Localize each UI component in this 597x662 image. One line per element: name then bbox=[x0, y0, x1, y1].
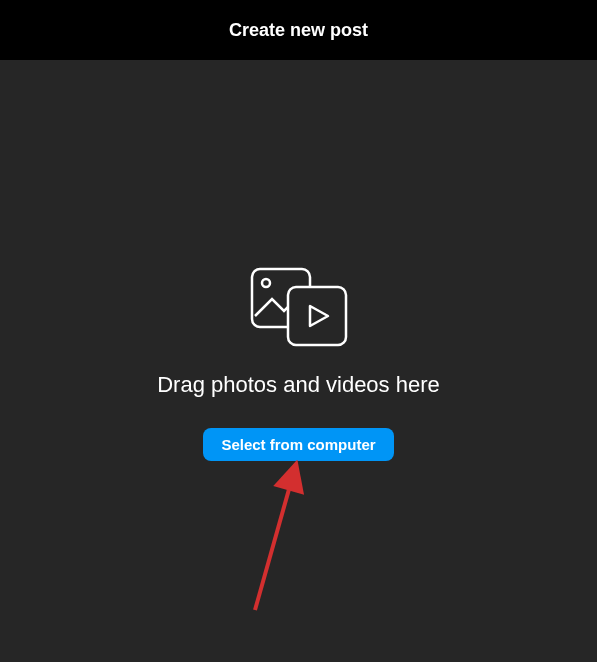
media-upload-icon bbox=[239, 262, 359, 352]
modal-header: Create new post bbox=[0, 0, 597, 60]
select-from-computer-button[interactable]: Select from computer bbox=[203, 428, 393, 461]
modal-title: Create new post bbox=[229, 20, 368, 41]
drop-instruction-text: Drag photos and videos here bbox=[157, 372, 440, 398]
upload-drop-zone[interactable]: Drag photos and videos here Select from … bbox=[0, 60, 597, 662]
svg-rect-2 bbox=[288, 287, 346, 345]
